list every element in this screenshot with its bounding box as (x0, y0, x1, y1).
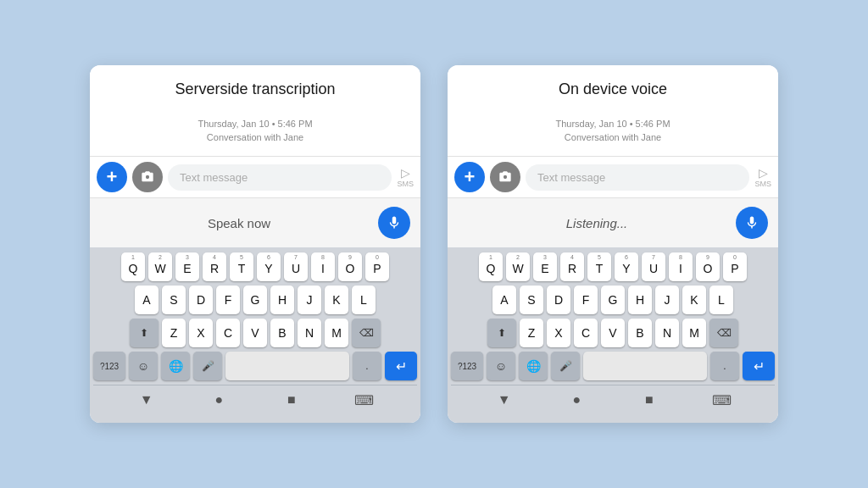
key-s[interactable]: S (520, 286, 543, 314)
key-h[interactable]: H (270, 286, 294, 314)
key-m[interactable]: M (325, 319, 348, 347)
nav-recents-icon[interactable]: ■ (282, 391, 301, 409)
key-a[interactable]: A (135, 286, 159, 314)
key-space[interactable] (225, 352, 349, 380)
key-shift[interactable]: ⬆ (487, 319, 516, 347)
nav-keyboard-icon[interactable]: ⌨ (712, 391, 731, 409)
panel-title: On device voice (448, 65, 778, 108)
key-p[interactable]: 0P (365, 252, 389, 281)
send-button[interactable]: ▷SMS (754, 166, 771, 188)
speak-bar: Listening... (448, 197, 778, 247)
key-j[interactable]: J (298, 286, 321, 314)
key-k[interactable]: K (325, 286, 348, 314)
timestamp: Thursday, Jan 10 • 5:46 PM (90, 119, 420, 129)
key-s[interactable]: S (162, 286, 186, 314)
key-e[interactable]: 3E (533, 252, 557, 281)
nav-recents-icon[interactable]: ■ (640, 391, 659, 409)
key-h[interactable]: H (628, 286, 652, 314)
panel-title: Serverside transcription (90, 65, 420, 108)
input-row: + Text message▷SMS (90, 156, 420, 197)
key-symbols[interactable]: ?123 (451, 352, 483, 380)
key-i[interactable]: 8I (311, 252, 335, 281)
key-y[interactable]: 6Y (257, 252, 281, 281)
key-mic-small[interactable]: 🎤 (193, 352, 222, 380)
key-e[interactable]: 3E (175, 252, 199, 281)
key-backspace[interactable]: ⌫ (709, 319, 738, 347)
key-f[interactable]: F (216, 286, 240, 314)
key-space[interactable] (583, 352, 707, 380)
key-v[interactable]: V (601, 319, 625, 347)
key-l[interactable]: L (352, 286, 376, 314)
key-return[interactable]: ↵ (743, 352, 775, 380)
keyboard-bottom-bar: ▼●■⌨ (451, 385, 775, 416)
key-d[interactable]: D (547, 286, 570, 314)
message-area: Thursday, Jan 10 • 5:46 PMConversation w… (90, 108, 420, 156)
key-emoji[interactable]: ☺ (487, 352, 515, 380)
speak-bar-text: Listening... (458, 216, 736, 230)
key-globe[interactable]: 🌐 (161, 352, 190, 380)
key-return[interactable]: ↵ (385, 352, 417, 380)
key-x[interactable]: X (547, 319, 570, 347)
key-backspace[interactable]: ⌫ (352, 319, 381, 347)
key-x[interactable]: X (189, 319, 213, 347)
send-button[interactable]: ▷SMS (397, 166, 414, 188)
key-t[interactable]: 5T (230, 252, 253, 281)
key-z[interactable]: Z (520, 319, 543, 347)
mic-button[interactable] (378, 207, 410, 239)
camera-button[interactable] (490, 162, 520, 192)
mic-button[interactable] (736, 207, 768, 239)
nav-home-icon[interactable]: ● (567, 391, 586, 409)
key-a[interactable]: A (492, 286, 516, 314)
key-z[interactable]: Z (162, 319, 186, 347)
key-symbols[interactable]: ?123 (93, 352, 125, 380)
key-c[interactable]: C (216, 319, 240, 347)
key-shift[interactable]: ⬆ (130, 319, 159, 347)
key-y[interactable]: 6Y (615, 252, 638, 281)
key-period[interactable]: . (353, 352, 381, 380)
key-m[interactable]: M (682, 319, 706, 347)
key-g[interactable]: G (243, 286, 267, 314)
nav-back-icon[interactable]: ▼ (137, 391, 156, 409)
nav-home-icon[interactable]: ● (209, 391, 228, 409)
key-b[interactable]: B (270, 319, 294, 347)
key-w[interactable]: 2W (148, 252, 172, 281)
nav-back-icon[interactable]: ▼ (495, 391, 514, 409)
key-k[interactable]: K (682, 286, 706, 314)
key-p[interactable]: 0P (723, 252, 747, 281)
key-j[interactable]: J (655, 286, 679, 314)
key-g[interactable]: G (601, 286, 625, 314)
key-r[interactable]: 4R (560, 252, 584, 281)
message-input[interactable]: Text message (168, 164, 392, 191)
key-r[interactable]: 4R (203, 252, 226, 281)
message-input[interactable]: Text message (526, 164, 749, 191)
add-attachment-button[interactable]: + (454, 162, 485, 192)
key-b[interactable]: B (628, 319, 652, 347)
speak-bar: Speak now (90, 197, 420, 247)
key-q[interactable]: 1Q (121, 252, 145, 281)
key-u[interactable]: 7U (284, 252, 308, 281)
screenshot-container: Serverside transcriptionThursday, Jan 10… (0, 48, 868, 440)
key-l[interactable]: L (709, 286, 733, 314)
camera-button[interactable] (132, 162, 163, 192)
key-period[interactable]: . (710, 352, 739, 380)
key-d[interactable]: D (189, 286, 213, 314)
key-globe[interactable]: 🌐 (519, 352, 548, 380)
key-w[interactable]: 2W (506, 252, 530, 281)
speak-bar-text: Speak now (100, 216, 378, 230)
key-u[interactable]: 7U (642, 252, 665, 281)
key-i[interactable]: 8I (669, 252, 693, 281)
key-n[interactable]: N (298, 319, 321, 347)
keyboard: 1Q2W3E4R5T6Y7U8I9O0PASDFGHJKL⬆ZXCVBNM⌫?1… (448, 247, 778, 423)
key-n[interactable]: N (655, 319, 679, 347)
key-c[interactable]: C (574, 319, 598, 347)
key-emoji[interactable]: ☺ (129, 352, 158, 380)
key-q[interactable]: 1Q (479, 252, 503, 281)
key-t[interactable]: 5T (587, 252, 611, 281)
key-v[interactable]: V (243, 319, 267, 347)
add-attachment-button[interactable]: + (97, 162, 127, 192)
key-o[interactable]: 9O (696, 252, 720, 281)
key-o[interactable]: 9O (338, 252, 362, 281)
nav-keyboard-icon[interactable]: ⌨ (354, 391, 373, 409)
key-mic-small[interactable]: 🎤 (551, 352, 580, 380)
key-f[interactable]: F (574, 286, 598, 314)
